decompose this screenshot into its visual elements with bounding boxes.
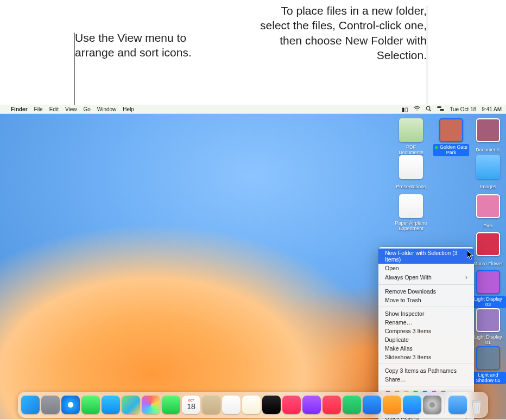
menubar-time[interactable]: 9:41 AM <box>482 106 502 112</box>
desktop-icon-label: Light Display 01 <box>474 334 502 345</box>
dock-app-mail[interactable] <box>102 396 120 414</box>
menubar-date[interactable]: Tue Oct 18 <box>450 106 476 112</box>
context-menu-rename[interactable]: Rename… <box>378 318 474 327</box>
desktop-icon-label: Golden Gate Park <box>440 144 467 155</box>
desktop-icon-label: Pink <box>483 223 493 228</box>
callout-line-left <box>74 33 75 105</box>
menu-item-label: Duplicate <box>385 336 409 343</box>
dock-app-contacts[interactable] <box>202 396 220 414</box>
dock-app-facetime[interactable] <box>162 396 180 414</box>
dock-app-music[interactable] <box>282 396 301 414</box>
image-thumbnail-icon <box>476 270 500 294</box>
svg-rect-3 <box>440 109 444 111</box>
desktop-icon-label: Presentations <box>396 184 426 189</box>
menu-item-label: Make Alias <box>385 345 413 352</box>
menu-item-label: Compress 3 Items <box>385 328 431 334</box>
menu-item-label: Remove Downloads <box>385 288 436 295</box>
dock-app-messages[interactable] <box>81 396 100 414</box>
dock-app-system-settings[interactable] <box>423 396 441 414</box>
dock-app-appstore[interactable] <box>403 396 421 414</box>
context-menu-show-inspector[interactable]: Show Inspector <box>378 309 474 318</box>
menu-separator <box>378 364 474 364</box>
desktop-icon-light-display-03[interactable]: Light Display 03 <box>470 270 506 308</box>
document-icon <box>399 155 423 179</box>
trash-icon <box>470 399 483 414</box>
dock-app-pages[interactable] <box>383 396 401 414</box>
menubar-file[interactable]: File <box>34 106 43 112</box>
context-menu-duplicate[interactable]: Duplicate <box>378 335 474 344</box>
desktop-icon-pdf-documents[interactable]: PDF Documents <box>393 118 429 156</box>
menu-item-label: Always Open With <box>385 274 432 281</box>
context-menu-copy-pathnames[interactable]: Copy 3 Items as Pathnames <box>378 366 474 375</box>
menubar-help[interactable]: Help <box>123 106 134 112</box>
menu-separator <box>378 284 474 285</box>
desktop-icon-documents-folder[interactable]: Documents <box>470 118 506 154</box>
document-icon <box>399 194 423 218</box>
context-menu-always-open-with[interactable]: Always Open With <box>378 272 474 282</box>
dock-app-reminders[interactable] <box>222 396 241 414</box>
context-menu-share[interactable]: Share… <box>378 375 474 384</box>
context-menu-new-folder-selection[interactable]: New Folder with Selection (3 Items) <box>378 249 474 264</box>
dock-app-maps[interactable] <box>122 396 140 414</box>
dock-app-calendar[interactable]: OCT18 <box>182 396 200 414</box>
calendar-day: 18 <box>187 402 195 411</box>
spotlight-icon[interactable] <box>426 106 432 113</box>
dock: OCT18 <box>18 392 488 418</box>
desktop-icon-macro-flower[interactable]: Macro Flower <box>470 232 506 268</box>
dock-app-podcasts[interactable] <box>302 396 321 414</box>
wifi-icon[interactable] <box>414 106 420 112</box>
battery-icon[interactable]: ▮▯ <box>402 106 408 112</box>
dock-app-photos[interactable] <box>142 396 160 414</box>
dock-app-launchpad[interactable] <box>41 396 60 414</box>
dock-app-safari[interactable] <box>61 396 80 414</box>
dock-trash[interactable] <box>469 396 485 414</box>
desktop-icon-golden-gate-park[interactable]: Golden Gate Park <box>433 118 469 156</box>
menubar-edit[interactable]: Edit <box>49 106 59 112</box>
menu-item-label: Open <box>385 265 399 271</box>
desktop-icon-label: Documents <box>476 147 501 152</box>
svg-rect-2 <box>437 106 441 108</box>
menubar-view[interactable]: View <box>65 106 77 112</box>
desktop-icon-label: Light Display 03 <box>474 296 502 307</box>
context-menu-make-alias[interactable]: Make Alias <box>378 344 474 353</box>
desktop-icon-paper-airplane[interactable]: Paper Airplane Experiment <box>393 194 429 232</box>
image-thumbnail-icon <box>476 118 500 142</box>
desktop-icon-light-shadow-01[interactable]: Light and Shadow 01 <box>470 346 506 384</box>
menubar: Finder File Edit View Go Window Help ▮▯ … <box>0 105 506 114</box>
menu-item-label: Copy 3 Items as Pathnames <box>385 367 457 374</box>
image-thumbnail-icon <box>476 194 500 218</box>
callout-view-menu: Use the View menu to arrange and sort ic… <box>75 30 205 60</box>
menubar-app-name[interactable]: Finder <box>11 106 28 112</box>
dock-divider <box>445 397 445 413</box>
menu-item-label: Rename… <box>385 319 412 326</box>
desktop-icon-presentations[interactable]: Presentations <box>393 155 429 190</box>
image-thumbnail-icon <box>476 308 500 332</box>
context-menu-open[interactable]: Open <box>378 264 474 272</box>
tag-dot-icon <box>435 146 438 149</box>
dock-app-news[interactable] <box>322 396 341 414</box>
desktop-icon-images-folder[interactable]: Images <box>470 155 506 190</box>
callout-new-folder: To place files in a new folder, select t… <box>258 3 427 62</box>
dock-app-notes[interactable] <box>242 396 261 414</box>
desktop-icon-light-display-01[interactable]: Light Display 01 <box>470 308 506 346</box>
dock-app-numbers[interactable] <box>343 396 361 414</box>
folder-icon <box>476 155 500 179</box>
svg-line-1 <box>429 110 431 111</box>
desktop-icon-pink[interactable]: Pink <box>470 194 506 230</box>
menubar-window[interactable]: Window <box>97 106 117 112</box>
context-menu-remove-downloads[interactable]: Remove Downloads <box>378 287 474 296</box>
dock-app-finder[interactable] <box>21 396 40 414</box>
context-menu-compress[interactable]: Compress 3 Items <box>378 327 474 335</box>
dock-downloads-folder[interactable] <box>448 396 467 414</box>
desktop-icon-label: Images <box>480 184 496 189</box>
menu-item-label: New Folder with Selection (3 Items) <box>385 250 467 263</box>
desktop-icon-label: Macro Flower <box>473 261 503 266</box>
context-menu-move-to-trash[interactable]: Move to Trash <box>378 296 474 304</box>
menu-item-label: Show Inspector <box>385 310 424 317</box>
menu-item-label: Slideshow 3 Items <box>385 354 431 360</box>
dock-app-keynote[interactable] <box>363 396 381 414</box>
dock-app-tv[interactable] <box>262 396 281 414</box>
context-menu-slideshow[interactable]: Slideshow 3 Items <box>378 353 474 361</box>
control-center-icon[interactable] <box>437 106 444 112</box>
menubar-go[interactable]: Go <box>83 106 90 112</box>
